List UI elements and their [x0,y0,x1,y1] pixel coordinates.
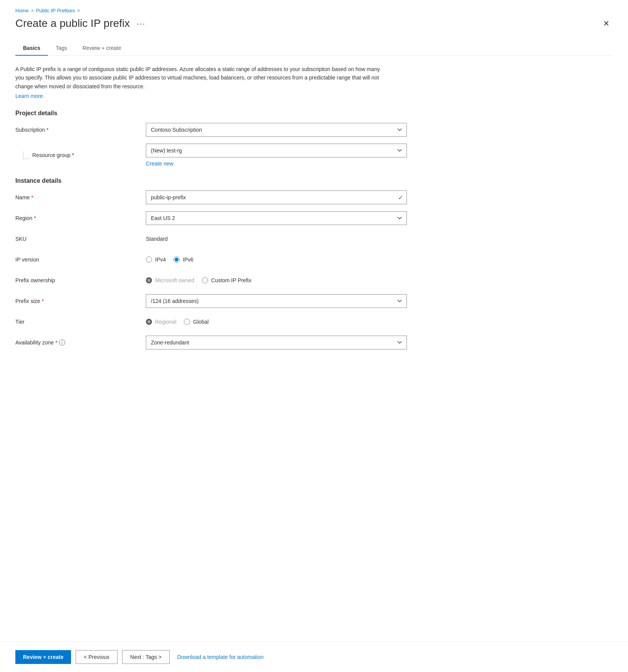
subscription-label: Subscription * [15,127,146,133]
sku-value: Standard [146,236,407,242]
resource-group-row: Resource group * (New) test-rg Create ne… [15,144,613,167]
project-details-title: Project details [15,110,613,117]
availability-zone-required: * [55,339,57,346]
tier-global-radio[interactable] [184,319,190,325]
ip-version-label: IP version [15,257,146,263]
tier-regional-option[interactable]: Regional [146,319,176,325]
page-header: Create a public IP prefix ··· ✕ [15,17,613,30]
prefix-size-control: /124 (16 addresses) [146,294,407,308]
name-label: Name * [15,194,146,200]
prefix-ownership-custom-option[interactable]: Custom IP Prefix [202,277,251,283]
ip-version-ipv6-option[interactable]: IPv6 [174,257,193,263]
name-required: * [31,194,33,200]
tab-basics[interactable]: Basics [15,41,48,56]
prefix-ownership-custom-label: Custom IP Prefix [211,277,251,283]
footer: Review + create < Previous Next : Tags >… [0,641,628,672]
ellipsis-button[interactable]: ··· [134,18,148,29]
ip-version-ipv6-radio[interactable] [174,257,180,263]
create-new-resource-group-link[interactable]: Create new [146,161,174,167]
sku-label: SKU [15,236,146,242]
tab-tags[interactable]: Tags [48,41,75,56]
resource-group-indent: Resource group * [15,151,146,159]
region-select[interactable]: East US 2 [146,211,407,225]
form-description: A Public IP prefix is a range of contigu… [15,65,384,91]
subscription-row: Subscription * Contoso Subscription [15,123,613,137]
previous-button[interactable]: < Previous [76,650,117,664]
ip-version-ipv4-label: IPv4 [155,257,166,263]
breadcrumb-home[interactable]: Home [15,8,29,13]
instance-details-title: Instance details [15,177,613,184]
ip-version-ipv4-radio[interactable] [146,257,152,263]
prefix-size-required: * [42,298,44,304]
subscription-required: * [46,127,48,133]
prefix-ownership-custom-radio[interactable] [202,277,208,283]
prefix-ownership-row: Prefix ownership Microsoft owned Custom … [15,273,613,287]
learn-more-link[interactable]: Learn more. [15,93,44,99]
ip-version-radio-group: IPv4 IPv6 [146,257,407,263]
ip-version-row: IP version IPv4 IPv6 [15,253,613,266]
page-title: Create a public IP prefix [15,17,130,30]
availability-zone-row: Availability zone * i Zone-redundant [15,336,613,349]
subscription-select[interactable]: Contoso Subscription [146,123,407,137]
availability-zone-info-icon[interactable]: i [59,339,65,346]
tier-global-label: Global [193,319,208,325]
breadcrumb-sep1: > [31,8,34,13]
name-valid-icon: ✓ [398,194,403,201]
prefix-ownership-microsoft-label: Microsoft owned [155,277,194,283]
resource-group-label: Resource group * [32,152,74,158]
subscription-control: Contoso Subscription [146,123,407,137]
download-template-link[interactable]: Download a template for automation [177,654,264,660]
ip-version-ipv4-option[interactable]: IPv4 [146,257,166,263]
region-required: * [34,215,36,221]
resource-group-control: (New) test-rg Create new [146,144,407,167]
name-input[interactable] [146,190,407,204]
review-create-button[interactable]: Review + create [15,650,71,664]
prefix-size-label: Prefix size * [15,298,146,304]
region-control: East US 2 [146,211,407,225]
form-content: A Public IP prefix is a range of contigu… [15,65,613,395]
resource-group-required: * [72,152,74,158]
tier-regional-label: Regional [155,319,176,325]
tabs-container: Basics Tags Review + create [15,41,613,56]
tier-label: Tier [15,319,146,325]
prefix-ownership-microsoft-radio[interactable] [146,277,152,283]
tier-radio-group: Regional Global [146,319,407,325]
availability-zone-control: Zone-redundant [146,336,407,349]
tier-control: Regional Global [146,319,407,325]
prefix-size-select[interactable]: /124 (16 addresses) [146,294,407,308]
name-control: ✓ [146,190,407,204]
page-title-row: Create a public IP prefix ··· [15,17,148,30]
region-row: Region * East US 2 [15,211,613,225]
availability-zone-label: Availability zone * i [15,339,146,346]
resource-group-select[interactable]: (New) test-rg [146,144,407,157]
tier-regional-radio[interactable] [146,319,152,325]
breadcrumb-sep2: > [77,8,80,13]
ip-version-ipv6-label: IPv6 [183,257,193,263]
close-button[interactable]: ✕ [600,17,613,30]
prefix-ownership-radio-group: Microsoft owned Custom IP Prefix [146,277,407,283]
prefix-size-row: Prefix size * /124 (16 addresses) [15,294,613,308]
region-label: Region * [15,215,146,221]
next-button[interactable]: Next : Tags > [122,650,170,664]
name-input-wrap: ✓ [146,190,407,204]
tier-row: Tier Regional Global [15,315,613,329]
prefix-ownership-control: Microsoft owned Custom IP Prefix [146,277,407,283]
name-row: Name * ✓ [15,190,613,204]
sku-row: SKU Standard [15,232,613,246]
breadcrumb: Home > Public IP Prefixes > [15,8,613,13]
prefix-ownership-label: Prefix ownership [15,277,146,283]
breadcrumb-public-ip-prefixes[interactable]: Public IP Prefixes [36,8,75,13]
ip-version-control: IPv4 IPv6 [146,257,407,263]
availability-zone-select[interactable]: Zone-redundant [146,336,407,349]
prefix-ownership-microsoft-option[interactable]: Microsoft owned [146,277,194,283]
tier-global-option[interactable]: Global [184,319,208,325]
tab-review-create[interactable]: Review + create [75,41,129,56]
